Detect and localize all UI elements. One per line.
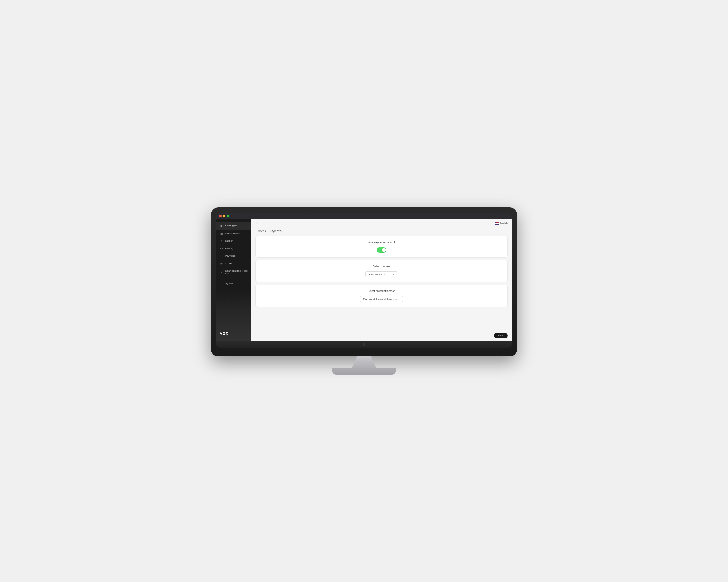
payment-method-dropdown[interactable]: Payment at the end of the month ▾: [360, 296, 403, 302]
rate-dropdown-value: Tarifa kw a 0.20: [369, 273, 385, 276]
monitor-frame: ⊞ e-Chargers ▦ Global statistics ○ Suppo…: [211, 207, 517, 357]
select-payment-method-title: Select payment method: [261, 289, 501, 293]
monitor-stand-neck: [346, 357, 382, 368]
card-payments-toggle: Turn Payments on or off: [255, 236, 508, 257]
flag-icon: [495, 222, 499, 225]
breadcrumb-back-arrow: ‹: [255, 230, 256, 232]
sidebar-item-sign-off[interactable]: ○ Sign off: [216, 280, 251, 287]
sidebar-label-e-chargers: e-Chargers: [225, 224, 237, 227]
sidebar-label-ocpp: OCPP: [225, 262, 232, 265]
payments-icon: □: [220, 254, 223, 258]
save-button[interactable]: Save: [494, 333, 508, 338]
minimize-dot: [223, 215, 225, 217]
payment-method-dropdown-container: Payment at the end of the month ▾: [261, 296, 501, 302]
sidebar-nav: ⊞ e-Chargers ▦ Global statistics ○ Suppo…: [216, 222, 251, 328]
chin-dot: [363, 343, 365, 346]
card-select-rate: Select the rate Tarifa kw a 0.20 ▾: [255, 260, 508, 282]
main-content: ⤢ English ‹ Xirivella ‹ Payments: [251, 219, 512, 341]
chart-icon: ▦: [220, 232, 223, 235]
payment-method-dropdown-value: Payment at the end of the month: [363, 298, 397, 300]
toggle-thumb: [382, 248, 386, 252]
sidebar-label-global-statistics: Global statistics: [225, 232, 241, 235]
save-area: Save: [251, 332, 512, 341]
sidebar-logo: V2C: [216, 328, 251, 338]
breadcrumb-payments: Payments: [270, 230, 282, 232]
window-controls: [219, 215, 229, 217]
rate-dropdown-container: Tarifa kw a 0.20 ▾: [261, 271, 501, 277]
monitor-stand-base: [332, 368, 396, 375]
card-select-payment-method: Select payment method Payment at the end…: [255, 285, 508, 307]
toggle-track: [376, 247, 386, 253]
support-icon: ○: [220, 239, 223, 243]
grid-icon: ⊞: [220, 224, 223, 227]
monitor-topbar: [216, 213, 512, 219]
smart-charging-icon: ✎: [220, 271, 223, 274]
monitor-inner: ⊞ e-Chargers ▦ Global statistics ○ Suppo…: [216, 213, 512, 348]
sidebar-item-e-chargers[interactable]: ⊞ e-Chargers: [216, 222, 251, 230]
screen-area: ⊞ e-Chargers ▦ Global statistics ○ Suppo…: [216, 219, 512, 341]
payments-toggle[interactable]: [376, 247, 386, 253]
sidebar-item-api-key[interactable]: <> API key: [216, 245, 251, 252]
logo-text: V2C: [220, 331, 229, 335]
maximize-dot: [227, 215, 229, 217]
sidebar-label-sign-off: Sign off: [225, 282, 233, 285]
breadcrumb-separator: ‹: [268, 230, 269, 232]
sidebar-item-smart-charging[interactable]: ✎ Smart charging (Fase beta): [216, 268, 251, 277]
sign-off-icon: ○: [220, 282, 223, 285]
expand-icon[interactable]: ⤢: [255, 221, 258, 225]
sidebar-label-payments: Payments: [225, 255, 236, 257]
lang-label: English: [500, 222, 508, 224]
sidebar-item-support[interactable]: ○ Support: [216, 237, 251, 245]
close-dot: [219, 215, 222, 217]
payment-method-dropdown-arrow: ▾: [399, 298, 400, 300]
sidebar-item-payments[interactable]: □ Payments: [216, 252, 251, 260]
sidebar-label-smart-charging: Smart charging (Fase beta): [225, 270, 248, 275]
rate-dropdown-arrow: ▾: [393, 273, 394, 276]
sidebar-item-ocpp[interactable]: ◎ OCPP: [216, 260, 251, 268]
lang-selector[interactable]: English: [495, 222, 508, 225]
top-bar: ⤢ English: [251, 219, 512, 227]
rate-dropdown[interactable]: Tarifa kw a 0.20 ▾: [365, 271, 397, 277]
sidebar-content: ⊞ e-Chargers ▦ Global statistics ○ Suppo…: [216, 222, 251, 338]
monitor-wrapper: ⊞ e-Chargers ▦ Global statistics ○ Suppo…: [211, 207, 517, 375]
select-rate-title: Select the rate: [261, 265, 501, 268]
sidebar: ⊞ e-Chargers ▦ Global statistics ○ Suppo…: [216, 219, 251, 341]
sidebar-label-support: Support: [225, 240, 233, 242]
breadcrumb-xirivella[interactable]: Xirivella: [257, 230, 267, 232]
monitor-bottom-bar: [216, 341, 512, 348]
toggle-container: [261, 247, 501, 253]
sidebar-item-global-statistics[interactable]: ▦ Global statistics: [216, 230, 251, 237]
breadcrumb: ‹ Xirivella ‹ Payments: [251, 227, 512, 234]
content-area: Turn Payments on or off: [251, 234, 512, 332]
ocpp-icon: ◎: [220, 262, 223, 266]
payments-toggle-title: Turn Payments on or off: [261, 241, 501, 244]
code-icon: <>: [220, 247, 223, 250]
sidebar-label-api-key: API key: [225, 247, 233, 250]
